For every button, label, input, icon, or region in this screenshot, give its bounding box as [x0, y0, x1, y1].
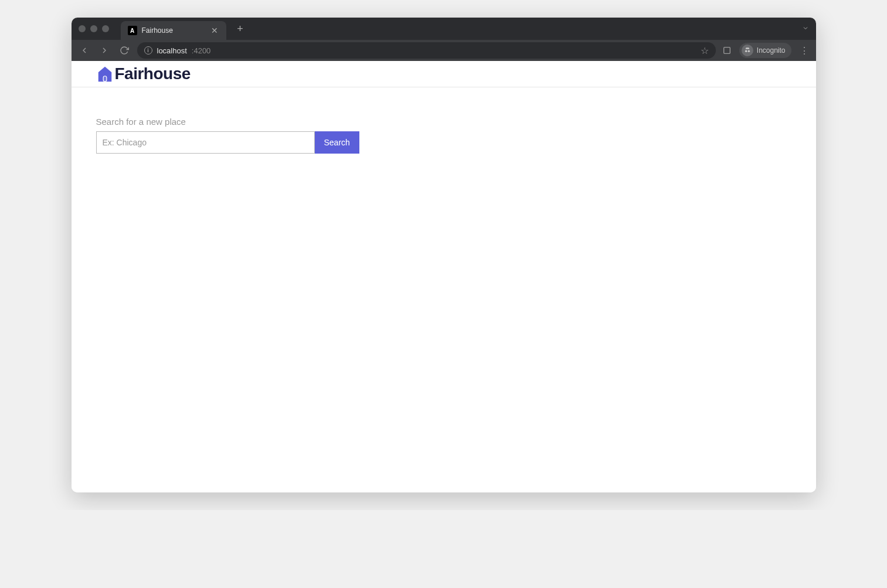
- browser-toolbar: i localhost:4200 ☆ Incognito ⋮: [72, 40, 816, 61]
- window-controls: [79, 25, 109, 32]
- toolbar-right: Incognito ⋮: [722, 43, 810, 58]
- extensions-icon[interactable]: [722, 45, 732, 56]
- tabs-dropdown-icon[interactable]: [802, 25, 809, 33]
- tab-title: Fairhouse: [142, 26, 205, 35]
- browser-window: A Fairhouse ✕ + i localhost:4200 ☆: [72, 18, 816, 492]
- browser-tab[interactable]: A Fairhouse ✕: [121, 21, 226, 40]
- tab-favicon: A: [128, 26, 137, 35]
- url-host: localhost: [157, 46, 187, 55]
- bookmark-star-icon[interactable]: ☆: [701, 45, 709, 56]
- reload-button[interactable]: [117, 43, 131, 57]
- incognito-label: Incognito: [757, 46, 786, 55]
- tab-close-icon[interactable]: ✕: [210, 26, 219, 35]
- search-section: Search for a new place Search: [72, 87, 816, 183]
- incognito-icon: [742, 45, 753, 56]
- app-header: Fairhouse: [72, 61, 816, 87]
- fairhouse-logo-icon: [96, 65, 114, 83]
- search-label: Search for a new place: [96, 117, 791, 127]
- address-bar[interactable]: i localhost:4200 ☆: [137, 42, 716, 59]
- brand-name: Fairhouse: [115, 64, 191, 83]
- window-maximize-button[interactable]: [102, 25, 109, 32]
- browser-titlebar: A Fairhouse ✕ +: [72, 18, 816, 40]
- window-minimize-button[interactable]: [90, 25, 97, 32]
- url-port: :4200: [192, 46, 211, 55]
- window-close-button[interactable]: [79, 25, 86, 32]
- back-button[interactable]: [77, 43, 91, 57]
- search-input[interactable]: [96, 131, 315, 154]
- page-content: Fairhouse Search for a new place Search: [72, 61, 816, 492]
- search-row: Search: [96, 131, 791, 154]
- forward-button[interactable]: [97, 43, 111, 57]
- site-info-icon[interactable]: i: [144, 46, 152, 55]
- svg-point-2: [747, 50, 750, 52]
- browser-menu-icon[interactable]: ⋮: [798, 45, 810, 56]
- new-tab-button[interactable]: +: [233, 22, 247, 36]
- svg-rect-0: [723, 47, 730, 54]
- incognito-badge[interactable]: Incognito: [739, 43, 791, 58]
- search-button[interactable]: Search: [315, 131, 359, 154]
- svg-point-1: [745, 50, 747, 52]
